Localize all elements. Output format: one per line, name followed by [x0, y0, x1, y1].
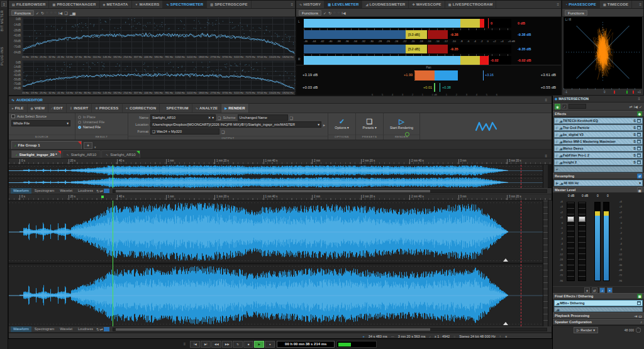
- view-tab[interactable]: Loudness: [75, 188, 96, 194]
- file-group-tab[interactable]: ♪ File Group 1: [11, 141, 82, 149]
- add-file-group-button[interactable]: +: [84, 142, 92, 149]
- remove-icon[interactable]: [637, 153, 641, 157]
- master-fader-left[interactable]: [567, 202, 575, 281]
- phasescope-tab[interactable]: ◔ PHASESCOPE: [562, 1, 600, 8]
- effect-slot[interactable]: ≡ ▁▅ The God Particle S: [554, 125, 643, 131]
- source-select[interactable]: Whole File ▾: [11, 120, 70, 126]
- auto-select-checkbox[interactable]: [11, 114, 15, 118]
- speaker-icon[interactable]: ♪: [599, 287, 605, 293]
- remove-icon[interactable]: [637, 147, 641, 150]
- rail-tab-bitmeter[interactable]: BIT METER: [0, 10, 8, 31]
- loop-icon[interactable]: ↻: [96, 189, 99, 193]
- status-format[interactable]: Stereo 24 bit 48 000 Hz: [459, 335, 496, 338]
- playhead-cursor[interactable]: [113, 165, 113, 188]
- check-icon[interactable]: ✓: [36, 11, 39, 15]
- levelmeter-tab[interactable]: ▦ LIVESPECTROGRAM: [445, 1, 497, 8]
- mini-blue-button[interactable]: [104, 189, 109, 193]
- star-icon[interactable]: ★: [505, 335, 508, 338]
- solo-button[interactable]: S: [633, 133, 636, 136]
- monitor-icon[interactable]: ▭: [638, 314, 642, 318]
- editor-menu-icon[interactable]: ≡: [543, 98, 549, 102]
- check-icon[interactable]: ✓: [639, 104, 642, 109]
- result-radio-option[interactable]: Named File: [78, 125, 125, 129]
- spectrometer-tab[interactable]: ▤ FILEBROWSER: [9, 1, 49, 8]
- grid-icon[interactable]: ▦: [637, 187, 642, 192]
- ribbon-tab[interactable]: ↧ INSERT: [67, 104, 92, 113]
- start-rendering-button[interactable]: ▷ Start Rendering: [384, 113, 419, 135]
- grid-icon[interactable]: ▦: [637, 294, 642, 299]
- result-radio-option[interactable]: In Place: [78, 115, 125, 119]
- ribbon-tab[interactable]: ∿ ANALYZE: [192, 104, 222, 113]
- scheme-input[interactable]: Unchanged Name: [238, 114, 288, 121]
- remove-icon[interactable]: [637, 160, 641, 164]
- status-zoom[interactable]: x 1 : 4942: [435, 335, 450, 338]
- panel-menu-icon[interactable]: ≡: [555, 1, 561, 8]
- transport-button[interactable]: Ι◀: [190, 341, 200, 348]
- functions-button[interactable]: Functions: [565, 10, 587, 16]
- overview-scrollbar[interactable]: [113, 189, 547, 193]
- effect-slot[interactable]: ≡ ▁▅ FabFilter Pro-L 2 S: [554, 152, 643, 158]
- effect-slot[interactable]: ≡ ▁▅ TBTECH Kirchhoff-EQ S: [554, 118, 643, 124]
- speaker-icon[interactable]: ♪: [640, 320, 642, 324]
- file-tab[interactable]: ∿ Starlight_AR10: [62, 150, 101, 158]
- remove-icon[interactable]: [637, 133, 641, 136]
- transport-button[interactable]: ▶Ι: [201, 341, 211, 348]
- folder-icon[interactable]: ❑: [64, 11, 67, 15]
- fader-knob[interactable]: [567, 216, 574, 222]
- transport-button[interactable]: ◀◀: [211, 341, 221, 348]
- power-icon[interactable]: ◉: [555, 104, 560, 109]
- effect-slot[interactable]: ≡ ▁▅ Weiss MM-1 Mastering Maximizer S: [554, 138, 643, 145]
- spectrometer-tab[interactable]: ▥ SPECTROSCOPE: [207, 1, 251, 8]
- remove-icon[interactable]: [637, 126, 641, 130]
- drag-handle-icon[interactable]: ≡: [556, 160, 558, 164]
- playhead-cursor[interactable]: [113, 201, 113, 326]
- dither-slot[interactable]: ▁▅ MBit+ Dithering: [554, 300, 643, 306]
- chart-icon[interactable]: ▁▅: [70, 11, 75, 15]
- empty-final-slot[interactable]: ▁▅: [554, 307, 643, 312]
- main-ruler[interactable]: 0 s20 s40 s1 mn1 mn 20 s1 mn 40 s2 mn2 m…: [9, 194, 552, 201]
- transport-menu-icon[interactable]: ≡: [184, 342, 186, 346]
- view-tab[interactable]: Waveform: [11, 326, 31, 332]
- transport-button[interactable]: ▶▶: [222, 341, 232, 348]
- view-tab[interactable]: Loudness: [75, 326, 96, 332]
- spectrum-display-left[interactable]: [22, 17, 296, 56]
- drag-handle-icon[interactable]: ≡: [556, 133, 558, 136]
- panel-menu-icon[interactable]: ≡: [636, 97, 642, 101]
- chevron-down-icon[interactable]: ▾: [94, 145, 96, 149]
- link-icon[interactable]: ⇄: [592, 287, 597, 293]
- view-tab[interactable]: Spectrogram: [32, 188, 57, 194]
- main-scrollbar[interactable]: [113, 328, 547, 331]
- ribbon-tab[interactable]: ✱ PROCESS: [92, 104, 122, 113]
- snap-icon[interactable]: Ι◀: [634, 104, 638, 109]
- speaker-icon[interactable]: ♪: [430, 335, 431, 338]
- preset-circle-icon[interactable]: ○: [54, 11, 57, 14]
- fader-knob[interactable]: [579, 216, 586, 222]
- preset-circle-icon[interactable]: ○: [50, 11, 53, 14]
- levelmeter-tab[interactable]: ◢ LOUDNESSMETER: [362, 1, 409, 8]
- spectrometer-tab[interactable]: ▦ PROJECTMANAGER: [49, 1, 99, 8]
- preset-field[interactable]: [569, 104, 586, 109]
- swap-icon[interactable]: ⇄: [100, 189, 103, 193]
- levelmeter-tab[interactable]: ✚ WAVESCOPE: [409, 1, 445, 8]
- marker-green[interactable]: [101, 196, 104, 198]
- solo-button[interactable]: S: [633, 140, 636, 143]
- up-arrow-icon[interactable]: ↑: [499, 335, 501, 338]
- resampling-slot[interactable]: ▶ ▁▅ 48 000 Hz ▾: [554, 180, 643, 186]
- preset-circle-icon[interactable]: ○: [333, 11, 336, 14]
- snap-icon[interactable]: Ι◀: [58, 11, 62, 15]
- scroll-thumb[interactable]: [116, 190, 430, 192]
- main-waveform[interactable]: [9, 201, 552, 326]
- spectrometer-tab[interactable]: ▼ MARKERS: [132, 1, 164, 8]
- remove-icon[interactable]: [637, 119, 641, 123]
- preset-circle-icon[interactable]: ○: [46, 11, 48, 14]
- ribbon-tab[interactable]: ✦ CORRECTION: [123, 104, 160, 113]
- swap-icon[interactable]: ⇄: [100, 327, 103, 331]
- effect-slot[interactable]: ≡ ▁▅ Insight 2 S: [554, 159, 643, 165]
- drag-handle-icon[interactable]: ≡: [556, 153, 558, 157]
- drag-handle-icon[interactable]: ≡: [556, 126, 558, 130]
- functions-button[interactable]: Functions: [11, 10, 34, 16]
- view-tab[interactable]: Waveform: [11, 188, 31, 194]
- bypass-icon[interactable]: ⇄: [630, 104, 633, 109]
- check-icon[interactable]: ✓: [323, 11, 326, 15]
- ribbon-tab[interactable]: ∕ EDIT: [48, 104, 67, 113]
